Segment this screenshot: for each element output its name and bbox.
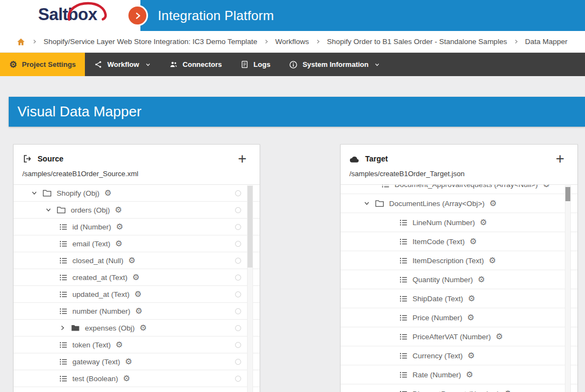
mapping-port[interactable] <box>235 207 241 213</box>
gear-icon[interactable]: ⚙ <box>467 313 475 321</box>
tree-row[interactable]: email (Text)⚙ <box>14 235 260 252</box>
target-panel: Target + /samples/createB1Order_Target.j… <box>340 144 578 392</box>
chevron-right-icon[interactable] <box>59 325 66 331</box>
add-node-button[interactable]: + <box>553 153 566 164</box>
breadcrumb-items: Shopify/Service Layer Web Store Integrat… <box>32 38 568 46</box>
tree-row[interactable]: DiscountPercent (Number)⚙ <box>341 384 577 392</box>
expand-arrow-button[interactable] <box>127 5 148 26</box>
mapping-port[interactable] <box>235 342 241 348</box>
mapping-port[interactable] <box>235 224 241 230</box>
nav-item-workflow[interactable]: Workflow <box>85 53 159 76</box>
gear-icon[interactable]: ⚙ <box>468 294 475 302</box>
gear-icon[interactable]: ⚙ <box>116 222 123 231</box>
saltbox-logo: Saltbox <box>38 5 97 24</box>
tree-row[interactable]: updated_at (Text)⚙ <box>14 286 260 303</box>
tree-row[interactable]: Shopify (Obj)⚙ <box>14 185 260 202</box>
tree-row[interactable]: DocumentLines (Array<Obj>)⚙ <box>341 194 577 213</box>
tree-row[interactable]: Currency (Text)⚙ <box>341 346 577 365</box>
gear-icon[interactable]: ⚙ <box>104 189 112 197</box>
tree-row[interactable]: ⚙ <box>14 387 260 392</box>
mapping-port[interactable] <box>235 308 241 314</box>
tree-row[interactable]: Document_ApprovalRequests (Array<Null>)⚙ <box>341 184 577 194</box>
mapping-port[interactable] <box>235 275 241 281</box>
tree-row[interactable]: PriceAfterVAT (Number)⚙ <box>341 327 577 346</box>
field-icon <box>59 291 67 298</box>
chevron-down-icon[interactable] <box>45 207 52 213</box>
tree-row[interactable]: gateway (Text)⚙ <box>14 353 260 370</box>
scrollbar-thumb[interactable] <box>565 187 570 201</box>
tree-row[interactable]: Quantity (Number)⚙ <box>341 270 577 289</box>
nav-item-label: Project Settings <box>22 60 76 69</box>
gear-icon[interactable]: ⚙ <box>115 239 122 247</box>
add-node-button[interactable]: + <box>236 153 249 164</box>
gear-icon[interactable]: ⚙ <box>115 206 122 214</box>
gear-icon[interactable]: ⚙ <box>116 340 123 349</box>
tree-row[interactable]: id (Number)⚙ <box>14 219 260 235</box>
mapping-port[interactable] <box>235 359 241 365</box>
gear-icon[interactable]: ⚙ <box>480 218 487 226</box>
mapping-port[interactable] <box>235 190 241 196</box>
gear-icon[interactable]: ⚙ <box>543 184 550 188</box>
workflow-icon <box>94 60 102 69</box>
gear-icon[interactable]: ⚙ <box>128 256 136 264</box>
field-icon <box>399 390 408 392</box>
target-icon <box>349 155 360 163</box>
scrollbar-thumb[interactable] <box>248 186 253 267</box>
breadcrumb-item[interactable]: Shopify/Service Layer Web Store Integrat… <box>44 38 257 46</box>
source-scrollbar[interactable] <box>247 185 253 392</box>
gear-icon[interactable]: ⚙ <box>132 273 139 281</box>
gear-icon[interactable]: ⚙ <box>496 332 503 340</box>
tree-row[interactable]: test (Boolean)⚙ <box>14 370 260 387</box>
tree-row[interactable]: orders (Obj)⚙ <box>14 202 260 219</box>
settings-icon: ⚙ <box>9 60 17 69</box>
gear-icon[interactable]: ⚙ <box>504 389 512 392</box>
node-label: created_at (Text) <box>72 273 127 282</box>
mapping-port[interactable] <box>235 241 241 247</box>
nav-item-logs[interactable]: Logs <box>231 53 280 76</box>
home-icon[interactable] <box>16 38 26 46</box>
tree-row[interactable]: ItemCode (Text)⚙ <box>341 232 577 251</box>
mapping-port[interactable] <box>235 376 241 382</box>
chevron-down-icon[interactable] <box>364 200 370 207</box>
gear-icon[interactable]: ⚙ <box>125 357 132 365</box>
folder-open-icon <box>57 206 66 214</box>
gear-icon[interactable]: ⚙ <box>466 370 473 378</box>
gear-icon[interactable]: ⚙ <box>467 351 475 359</box>
tree-row[interactable]: Price (Number)⚙ <box>341 308 577 327</box>
gear-icon[interactable]: ⚙ <box>134 290 141 298</box>
chevron-down-icon[interactable] <box>31 190 38 196</box>
tree-row[interactable]: LineNum (Number)⚙ <box>341 213 577 232</box>
tree-row[interactable]: closed_at (Null)⚙ <box>14 252 260 269</box>
breadcrumb-item[interactable]: Workflows <box>275 38 309 46</box>
chevron-down-icon <box>374 62 380 67</box>
target-tree: Document_ApprovalRequests (Array<Null>)⚙… <box>341 184 577 392</box>
nav-item-connectors[interactable]: Connectors <box>160 53 231 76</box>
node-label: DocumentLines (Array<Obj>) <box>389 200 485 208</box>
gear-icon[interactable]: ⚙ <box>490 199 497 207</box>
field-icon <box>59 274 67 281</box>
tree-row[interactable]: ItemDescription (Text)⚙ <box>341 251 577 270</box>
gear-icon[interactable]: ⚙ <box>123 374 130 382</box>
gear-icon[interactable]: ⚙ <box>478 275 485 283</box>
mapping-port[interactable] <box>235 291 241 297</box>
gear-icon[interactable]: ⚙ <box>470 237 477 245</box>
tree-row[interactable]: Rate (Number)⚙ <box>341 365 577 384</box>
target-scrollbar[interactable] <box>565 185 571 392</box>
nav-item-label: Connectors <box>183 60 222 69</box>
tree-row[interactable]: ShipDate (Text)⚙ <box>341 289 577 308</box>
tree-row[interactable]: number (Number)⚙ <box>14 303 260 320</box>
mapping-port[interactable] <box>235 258 241 264</box>
breadcrumb-item[interactable]: Shopify Order to B1 Sales Order - Standa… <box>327 38 507 46</box>
nav-item-project-settings[interactable]: ⚙Project Settings <box>0 53 85 76</box>
tree-row[interactable]: expenses (Obj)⚙ <box>14 320 260 337</box>
node-label: gateway (Text) <box>72 358 120 366</box>
gear-icon[interactable]: ⚙ <box>489 256 496 264</box>
node-label: Document_ApprovalRequests (Array<Null>) <box>395 184 538 189</box>
nav-item-system-information[interactable]: System Information <box>280 53 389 76</box>
tree-row[interactable]: created_at (Text)⚙ <box>14 269 260 286</box>
tree-row[interactable]: token (Text)⚙ <box>14 337 260 353</box>
gear-icon[interactable]: ⚙ <box>136 307 143 315</box>
gear-icon[interactable]: ⚙ <box>140 323 147 332</box>
target-file-path: /samples/createB1Order_Target.json <box>349 170 569 178</box>
mapping-port[interactable] <box>235 325 241 331</box>
